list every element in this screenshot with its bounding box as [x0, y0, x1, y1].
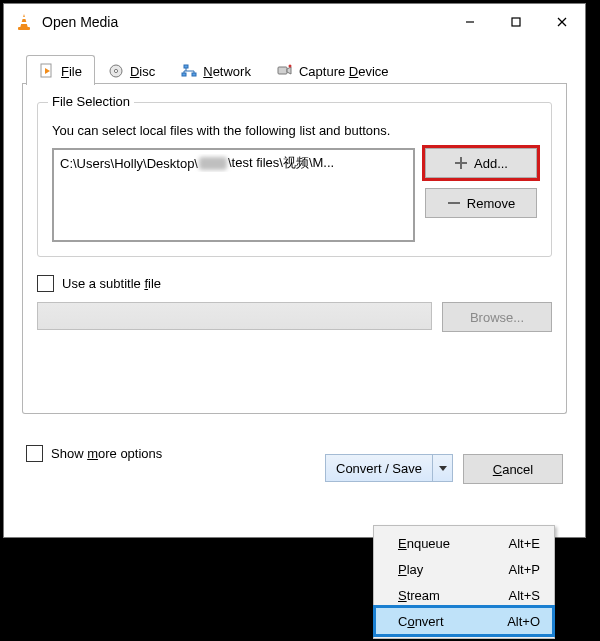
tab-label: File [61, 64, 82, 79]
more-options-row: Show more options [26, 445, 162, 462]
svg-rect-1 [21, 17, 26, 19]
tab-disc[interactable]: Disc [95, 55, 168, 85]
file-list-item[interactable]: C:\Users\Holly\Desktop\\test files\视频\M.… [60, 154, 407, 172]
tabpanel-file: File Selection You can select local file… [22, 84, 567, 414]
svg-rect-20 [448, 202, 460, 204]
svg-point-11 [114, 69, 117, 72]
footer-buttons: Convert / Save Cancel [325, 454, 563, 484]
menu-item-enqueue[interactable]: Enqueue Alt+E [376, 530, 552, 556]
cancel-button-label: Cancel [493, 462, 533, 477]
add-button-label: Add... [474, 156, 508, 171]
use-subtitle-label: Use a subtitle file [62, 276, 161, 291]
vlc-cone-icon [12, 12, 34, 32]
tab-label: Network [203, 64, 251, 79]
tab-network[interactable]: Network [168, 55, 264, 85]
file-selection-row: C:\Users\Holly\Desktop\\test files\视频\M.… [52, 148, 537, 242]
maximize-button[interactable] [493, 4, 539, 40]
window-controls [447, 4, 585, 40]
subtitle-browse-row: Browse... [37, 302, 552, 332]
svg-marker-16 [287, 67, 291, 74]
file-play-icon [39, 63, 55, 79]
menu-item-convert[interactable]: Convert Alt+O [376, 608, 552, 634]
menu-item-shortcut: Alt+O [507, 614, 540, 629]
svg-rect-2 [21, 22, 28, 24]
file-list[interactable]: C:\Users\Holly\Desktop\\test files\视频\M.… [52, 148, 415, 242]
close-button[interactable] [539, 4, 585, 40]
svg-rect-19 [455, 162, 467, 164]
minus-icon [447, 196, 461, 210]
menu-item-stream[interactable]: Stream Alt+S [376, 582, 552, 608]
convert-save-label: Convert / Save [336, 461, 422, 476]
titlebar: Open Media [4, 4, 585, 40]
minimize-button[interactable] [447, 4, 493, 40]
menu-item-label: Enqueue [398, 536, 450, 551]
add-button[interactable]: Add... [425, 148, 537, 178]
menu-item-play[interactable]: Play Alt+P [376, 556, 552, 582]
title-left: Open Media [12, 12, 118, 32]
menu-item-label: Play [398, 562, 423, 577]
tab-capture-device[interactable]: Capture Device [264, 55, 402, 85]
chevron-down-icon [439, 466, 447, 471]
remove-button[interactable]: Remove [425, 188, 537, 218]
convert-save-dropdown-caret[interactable] [432, 455, 452, 481]
subtitle-path-input [37, 302, 432, 330]
file-selection-group: File Selection You can select local file… [37, 102, 552, 257]
svg-rect-12 [184, 65, 188, 68]
file-side-buttons: Add... Remove [425, 148, 537, 218]
svg-rect-3 [18, 27, 30, 30]
svg-marker-0 [20, 14, 28, 28]
tablist: File Disc [22, 50, 567, 84]
convert-save-menu: Enqueue Alt+E Play Alt+P Stream Alt+S Co… [373, 525, 555, 639]
convert-save-main[interactable]: Convert / Save [326, 455, 432, 481]
plus-icon [454, 156, 468, 170]
svg-rect-13 [182, 73, 186, 76]
network-icon [181, 63, 197, 79]
file-selection-hint: You can select local files with the foll… [52, 123, 537, 138]
menu-item-shortcut: Alt+S [509, 588, 540, 603]
redacted-path-segment [199, 157, 227, 170]
remove-button-label: Remove [467, 196, 515, 211]
menu-item-shortcut: Alt+E [509, 536, 540, 551]
window-title: Open Media [42, 14, 118, 30]
use-subtitle-checkbox[interactable] [37, 275, 54, 292]
client-area: File Disc [4, 40, 585, 496]
tab-label: Capture Device [299, 64, 389, 79]
subtitle-check-row: Use a subtitle file [37, 275, 552, 292]
menu-item-label: Stream [398, 588, 440, 603]
svg-rect-5 [512, 18, 520, 26]
tab-label: Disc [130, 64, 155, 79]
menu-item-shortcut: Alt+P [509, 562, 540, 577]
svg-rect-14 [192, 73, 196, 76]
disc-icon [108, 63, 124, 79]
browse-button: Browse... [442, 302, 552, 332]
browse-button-label: Browse... [470, 310, 524, 325]
svg-rect-15 [278, 67, 287, 74]
capture-device-icon [277, 63, 293, 79]
cancel-button[interactable]: Cancel [463, 454, 563, 484]
group-legend: File Selection [48, 94, 134, 109]
more-options-label: Show more options [51, 446, 162, 461]
dialog-footer: Show more options Convert / Save Cancel [22, 414, 567, 484]
open-media-dialog: Open Media File [3, 3, 586, 538]
menu-item-label: Convert [398, 614, 444, 629]
tab-file[interactable]: File [26, 55, 95, 85]
convert-save-splitbutton[interactable]: Convert / Save [325, 454, 453, 482]
svg-point-17 [288, 65, 291, 68]
more-options-checkbox[interactable] [26, 445, 43, 462]
